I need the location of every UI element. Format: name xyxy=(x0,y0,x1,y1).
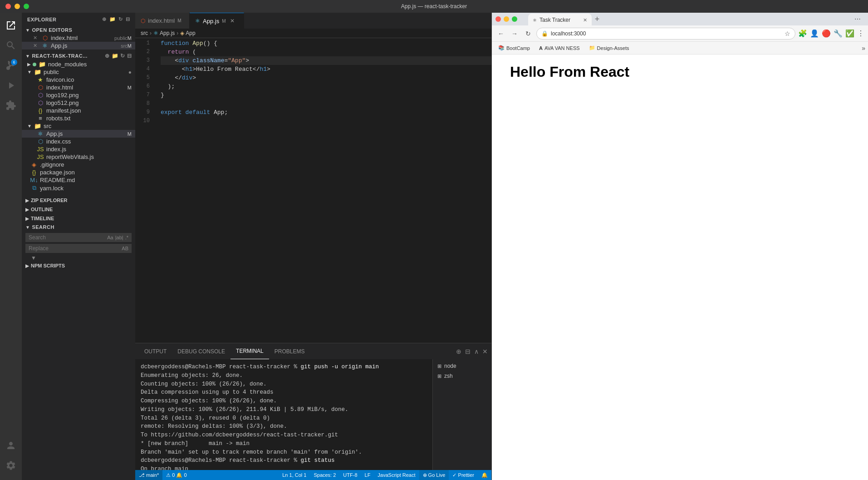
logo512-item[interactable]: ⬡ logo512.png xyxy=(22,99,135,107)
bookmark-bootcamp[interactable]: 📚 BootCamp xyxy=(495,44,534,52)
open-editor-index-html[interactable]: ✕ ⬡ index.html public M xyxy=(22,34,135,42)
new-file-icon[interactable]: ⊕ xyxy=(102,16,107,22)
new-browser-tab-button[interactable]: + xyxy=(592,14,603,25)
profile-icon[interactable]: 👤 xyxy=(810,29,819,38)
source-control-icon[interactable]: 6 xyxy=(2,56,20,74)
breadcrumb-src[interactable]: src xyxy=(141,30,148,36)
prettier-item[interactable]: ✓ Prettier xyxy=(449,470,478,480)
indentation-item[interactable]: Spaces: 2 xyxy=(310,470,339,480)
browser-close-btn[interactable] xyxy=(495,16,501,22)
tab-problems[interactable]: PROBLEMS xyxy=(269,343,310,359)
report-web-vitals-item[interactable]: JS reportWebVitals.js xyxy=(22,153,135,161)
extensions-browser-icon[interactable]: 🧩 xyxy=(798,29,807,38)
readme-item[interactable]: M↓ README.md xyxy=(22,176,135,184)
tab-terminal[interactable]: TERMINAL xyxy=(230,343,269,359)
errors-warnings-item[interactable]: ⚠ 0 🔔 0 xyxy=(162,470,190,480)
extension3-icon[interactable]: ✅ xyxy=(845,29,854,38)
search-section-title[interactable]: ▼ SEARCH xyxy=(22,223,135,231)
tab-app-js[interactable]: ⚛ App.js M ✕ xyxy=(190,13,244,29)
zip-explorer-section[interactable]: ▶ ZIP EXPLORER xyxy=(22,196,135,205)
bookmarks-more[interactable]: » xyxy=(862,45,865,52)
browser-min-btn[interactable] xyxy=(504,16,509,22)
gitignore-item[interactable]: ◈ .gitignore xyxy=(22,161,135,168)
terminal-output[interactable]: dcbeergoddess@Rachels-MBP react-task-tra… xyxy=(135,359,432,470)
tab-close-icon[interactable]: ✕ xyxy=(230,18,235,24)
browser-settings-icon[interactable]: ⋯ xyxy=(854,15,861,23)
project-section[interactable]: ▼ REACT-TASK-TRAC... ⊕ 📁 ↻ ⊟ xyxy=(22,51,135,60)
node-modules-item[interactable]: ▶ 📁 node_modules xyxy=(22,60,135,68)
close-panel-icon[interactable]: ✕ xyxy=(482,348,488,355)
browser-max-btn[interactable] xyxy=(512,16,517,22)
new-folder-icon[interactable]: 📁 xyxy=(109,16,116,22)
line-ending-item[interactable]: LF xyxy=(361,470,374,480)
open-editor-app-js[interactable]: ✕ ⚛ App.js src M xyxy=(22,42,135,49)
index-js-item[interactable]: JS index.js xyxy=(22,145,135,153)
browser-tab-close-icon[interactable]: ✕ xyxy=(583,17,587,23)
close-button[interactable] xyxy=(5,4,11,9)
refresh-project-icon[interactable]: ↻ xyxy=(120,53,125,59)
extension2-icon[interactable]: 🔧 xyxy=(834,29,843,38)
favicon-item[interactable]: ★ favicon.ico xyxy=(22,76,135,84)
extension1-icon[interactable]: 🔴 xyxy=(822,29,831,38)
replace-input[interactable] xyxy=(29,245,122,252)
public-folder[interactable]: ▼ 📁 public ● xyxy=(22,68,135,76)
node-session[interactable]: ⊞ node xyxy=(433,361,491,371)
window-controls[interactable] xyxy=(5,4,29,9)
outline-section[interactable]: ▶ OUTLINE xyxy=(22,205,135,214)
maximize-button[interactable] xyxy=(24,4,29,9)
bookmark-design[interactable]: 📁 Design-Assets xyxy=(585,44,633,52)
notifications-item[interactable]: 🔔 xyxy=(478,470,491,480)
search-expand-icon[interactable]: ▼ xyxy=(31,255,36,261)
debug-icon[interactable] xyxy=(2,76,20,94)
go-live-item[interactable]: ⊕ Go Live xyxy=(419,470,449,480)
open-editors-section[interactable]: ▼ OPEN EDITORS xyxy=(22,26,135,34)
forward-button[interactable]: → xyxy=(509,28,520,39)
manifest-item[interactable]: {} manifest.json xyxy=(22,107,135,114)
index-html-item[interactable]: ⬡ index.html M xyxy=(22,84,135,91)
encoding-item[interactable]: UTF-8 xyxy=(339,470,361,480)
account-icon[interactable] xyxy=(2,436,20,455)
yarn-lock-item[interactable]: ⧉ yarn.lock xyxy=(22,184,135,192)
settings-icon[interactable] xyxy=(2,456,20,475)
browser-tab-task-tracker[interactable]: ⚛ Task Tracker ✕ xyxy=(528,14,592,26)
maximize-panel-icon[interactable]: ∧ xyxy=(474,348,479,355)
minimize-button[interactable] xyxy=(15,4,20,9)
close-icon[interactable]: ✕ xyxy=(31,43,39,49)
new-terminal-icon[interactable]: ⊕ xyxy=(456,348,461,355)
refresh-button[interactable]: ↻ xyxy=(523,28,534,39)
more-options-icon[interactable]: ⋮ xyxy=(857,29,864,38)
tab-index-html[interactable]: ⬡ index.html M xyxy=(135,13,190,29)
code-content[interactable]: function App() { return ( <div className… xyxy=(153,38,491,343)
extensions-icon[interactable] xyxy=(2,96,20,114)
use-regex-icon[interactable]: .* xyxy=(125,235,128,240)
git-branch-item[interactable]: ⎇ main* xyxy=(135,470,162,480)
search-icon[interactable] xyxy=(2,36,20,54)
refresh-icon[interactable]: ↻ xyxy=(118,16,123,22)
close-icon[interactable]: ✕ xyxy=(31,35,39,41)
new-folder-project-icon[interactable]: 📁 xyxy=(112,53,119,59)
robots-item[interactable]: ≡ robots.txt xyxy=(22,114,135,122)
replace-options-icon[interactable]: AB xyxy=(122,246,128,251)
app-js-item[interactable]: ⚛ App.js M xyxy=(22,130,135,138)
bookmark-ava[interactable]: A AVA VAN NESS xyxy=(535,45,584,52)
explorer-icon[interactable] xyxy=(2,16,20,35)
language-item[interactable]: JavaScript React xyxy=(374,470,419,480)
browser-window-controls[interactable] xyxy=(495,16,517,22)
tab-output[interactable]: OUTPUT xyxy=(139,343,172,359)
cursor-position-item[interactable]: Ln 1, Col 1 xyxy=(279,470,310,480)
match-word-icon[interactable]: |ab| xyxy=(115,235,123,240)
new-file-project-icon[interactable]: ⊕ xyxy=(105,53,110,59)
zsh-session[interactable]: ⊞ zsh xyxy=(433,371,491,381)
breadcrumb-file[interactable]: ⚛App.js xyxy=(153,30,175,36)
breadcrumb-symbol[interactable]: ◈App xyxy=(180,30,195,36)
tab-debug-console[interactable]: DEBUG CONSOLE xyxy=(172,343,230,359)
back-button[interactable]: ← xyxy=(495,28,506,39)
match-case-icon[interactable]: Aa xyxy=(107,235,113,240)
collapse-all-icon[interactable]: ⊟ xyxy=(126,16,130,22)
collapse-project-icon[interactable]: ⊟ xyxy=(127,53,132,59)
timeline-section[interactable]: ▶ TIMELINE xyxy=(22,214,135,223)
logo192-item[interactable]: ⬡ logo192.png xyxy=(22,91,135,99)
star-icon[interactable]: ☆ xyxy=(785,30,790,37)
split-terminal-icon[interactable]: ⊟ xyxy=(465,348,471,355)
package-json-item[interactable]: {} package.json xyxy=(22,168,135,176)
